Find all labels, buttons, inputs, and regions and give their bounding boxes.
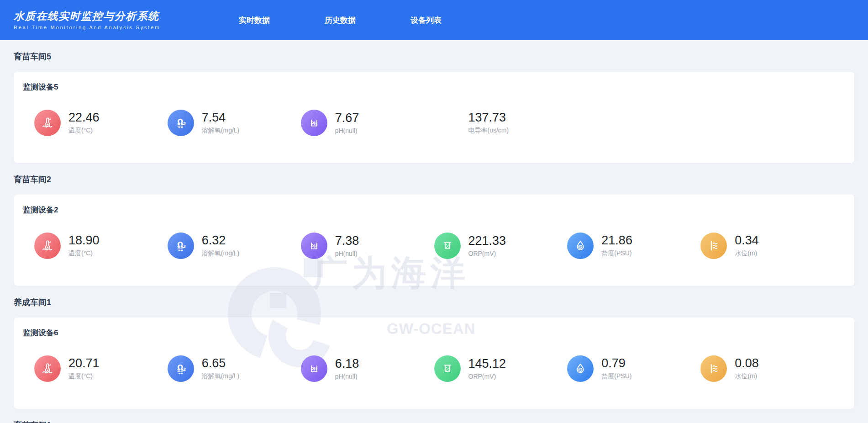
sensor-value: 0.08: [735, 357, 759, 370]
sensor-label: 水位(m): [735, 249, 759, 258]
sensor-value: 18.90: [68, 234, 100, 247]
sensor-label: ORP(mV): [468, 250, 506, 257]
sensor-value: 21.86: [601, 234, 632, 247]
sensor-item-orp: 145.12ORP(mV): [434, 355, 568, 382]
sensor-value: 20.71: [68, 357, 100, 370]
sensor-label: pH(null): [335, 250, 359, 257]
sensor-value: 137.73: [468, 111, 509, 124]
salinity-icon: Na: [567, 355, 594, 382]
temperature-icon: [34, 233, 61, 259]
device-title: 监测设备5: [23, 82, 854, 92]
sensor-value: 145.12: [468, 357, 506, 370]
workshop-title: 育苗车间5: [14, 51, 854, 62]
nav-item-device-list[interactable]: 设备列表: [410, 15, 442, 26]
svg-text:PH: PH: [311, 121, 317, 126]
sensor-label: 溶解氧(mg/L): [202, 127, 239, 135]
sensor-item-salinity: Na 0.79盐度(PSU): [567, 355, 700, 382]
orp-icon: [434, 233, 461, 259]
sensor-label: pH(null): [335, 373, 359, 380]
sensor-item-temperature: 18.90温度(°C): [34, 233, 168, 259]
sensor-item-conductivity: 137.73电导率(us/cm): [434, 110, 568, 136]
workshop-title: 育苗车间1: [14, 420, 854, 423]
sensor-value: 22.46: [68, 111, 100, 124]
sensor-item-orp: 221.33ORP(mV): [434, 233, 568, 259]
nav-item-realtime-data[interactable]: 实时数据: [239, 15, 270, 26]
svg-text:PH: PH: [311, 244, 317, 249]
oxygen-icon: Ω 2: [168, 355, 194, 382]
sensor-label: 温度(°C): [68, 249, 100, 258]
sensor-label: 盐度(PSU): [601, 249, 632, 258]
device-card: 监测设备5 22.46温度(°C) Ω 2 7.54溶解氧(mg/L) PH 7…: [14, 72, 854, 163]
workshop-section: 育苗车间1: [14, 420, 854, 423]
water-level-icon: [700, 233, 727, 259]
app-title: 水质在线实时监控与分析系统: [14, 10, 160, 22]
sensor-item-water-level: 0.34水位(m): [700, 233, 834, 259]
sensor-value: 6.18: [335, 357, 359, 370]
sensor-label: 电导率(us/cm): [468, 127, 509, 135]
device-card: 监测设备2 18.90温度(°C) Ω 2 6.32溶解氧(mg/L) PH 7…: [14, 195, 854, 286]
app-header: 水质在线实时监控与分析系统 Real Time Monitoring And A…: [0, 0, 868, 40]
sensor-label: ORP(mV): [468, 373, 506, 380]
sensor-item-temperature: 20.71温度(°C): [34, 355, 168, 382]
sensor-row: 22.46温度(°C) Ω 2 7.54溶解氧(mg/L) PH 7.67pH(…: [14, 110, 854, 136]
ph-icon: PH: [301, 355, 327, 382]
sensor-row: 20.71温度(°C) Ω 2 6.65溶解氧(mg/L) PH 6.18pH(…: [14, 355, 854, 382]
sensor-item-dissolved-oxygen: Ω 2 6.65溶解氧(mg/L): [168, 355, 301, 382]
sensor-item-dissolved-oxygen: Ω 2 7.54溶解氧(mg/L): [168, 110, 301, 136]
sensor-value: 221.33: [468, 234, 506, 247]
workshop-section: 养成车间1监测设备6 20.71温度(°C) Ω 2 6.65溶解氧(mg/L)…: [14, 297, 854, 409]
sections-container: 育苗车间5监测设备5 22.46温度(°C) Ω 2 7.54溶解氧(mg/L)…: [14, 51, 854, 423]
sensor-label: 温度(°C): [68, 372, 100, 381]
salinity-icon: Na: [567, 233, 594, 259]
workshop-section: 育苗车间2监测设备2 18.90温度(°C) Ω 2 6.32溶解氧(mg/L)…: [14, 174, 854, 286]
sensor-value: 7.67: [335, 111, 359, 124]
svg-text:Na: Na: [579, 246, 582, 248]
svg-text:PH: PH: [311, 367, 317, 371]
workshop-title: 养成车间1: [14, 297, 854, 308]
nav-item-history-data[interactable]: 历史数据: [325, 15, 356, 26]
workshop-title: 育苗车间2: [14, 174, 854, 185]
svg-text:2: 2: [183, 244, 186, 249]
oxygen-icon: Ω 2: [168, 110, 194, 136]
sensor-label: 溶解氧(mg/L): [202, 249, 239, 258]
app-subtitle: Real Time Monitoring And Analysis System: [14, 25, 160, 30]
sensor-item-water-level: 0.08水位(m): [700, 355, 834, 382]
main-nav: 实时数据历史数据设备列表: [239, 15, 442, 26]
ph-icon: PH: [301, 233, 327, 259]
content: 广为海洋 GW-OCEAN 育苗车间5监测设备5 22.46温度(°C) Ω 2…: [0, 51, 868, 423]
missing-icon: [434, 110, 461, 136]
sensor-label: 盐度(PSU): [601, 372, 631, 381]
temperature-icon: [34, 355, 61, 382]
sensor-value: 6.65: [202, 357, 239, 370]
sensor-label: pH(null): [335, 127, 359, 134]
sensor-value: 6.32: [202, 234, 239, 247]
sensor-item-ph: PH 7.67pH(null): [301, 110, 434, 136]
sensor-label: 溶解氧(mg/L): [202, 372, 239, 381]
sensor-label: 水位(m): [735, 372, 759, 381]
temperature-icon: [34, 110, 61, 136]
sensor-item-salinity: Na 21.86盐度(PSU): [567, 233, 700, 259]
brand: 水质在线实时监控与分析系统 Real Time Monitoring And A…: [14, 10, 160, 30]
sensor-label: 温度(°C): [68, 127, 100, 135]
water-level-icon: [700, 355, 727, 382]
device-title: 监测设备2: [23, 205, 854, 215]
sensor-item-dissolved-oxygen: Ω 2 6.32溶解氧(mg/L): [168, 233, 301, 259]
oxygen-icon: Ω 2: [168, 233, 194, 259]
sensor-value: 0.79: [601, 357, 631, 370]
sensor-value: 0.34: [735, 234, 759, 247]
sensor-value: 7.54: [202, 111, 239, 124]
device-card: 监测设备6 20.71温度(°C) Ω 2 6.65溶解氧(mg/L) PH 6…: [14, 317, 854, 409]
sensor-item-temperature: 22.46温度(°C): [34, 110, 168, 136]
svg-text:2: 2: [183, 122, 186, 126]
device-title: 监测设备6: [23, 328, 854, 338]
sensor-item-ph: PH 6.18pH(null): [301, 355, 434, 382]
workshop-section: 育苗车间5监测设备5 22.46温度(°C) Ω 2 7.54溶解氧(mg/L)…: [14, 51, 854, 163]
svg-text:2: 2: [183, 367, 186, 372]
ph-icon: PH: [301, 110, 327, 136]
sensor-item-ph: PH 7.38pH(null): [301, 233, 434, 259]
sensor-value: 7.38: [335, 234, 359, 247]
orp-icon: [434, 355, 461, 382]
svg-text:Na: Na: [579, 369, 582, 371]
sensor-row: 18.90温度(°C) Ω 2 6.32溶解氧(mg/L) PH 7.38pH(…: [14, 233, 854, 259]
